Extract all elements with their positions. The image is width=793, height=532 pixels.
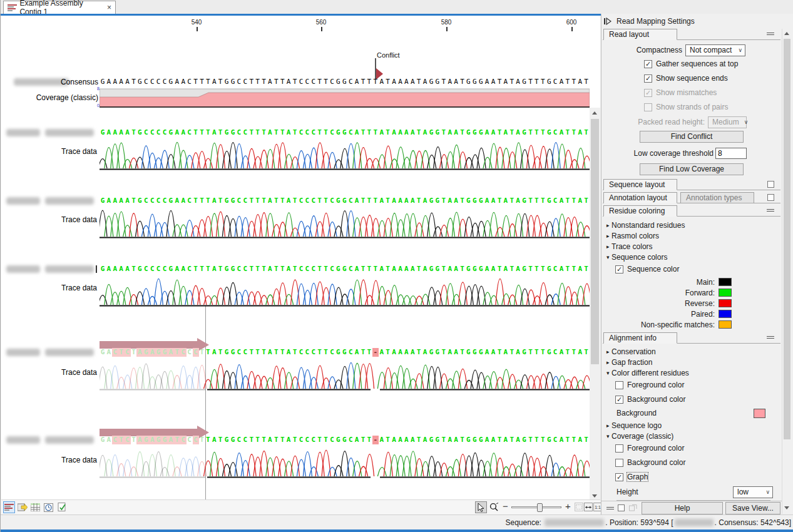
- help-button[interactable]: Help: [642, 502, 723, 514]
- sidepanel-toggle-icon[interactable]: [604, 18, 611, 25]
- alignment-view-button[interactable]: [3, 501, 15, 513]
- consensus-sequence[interactable]: GAAAATGCCCCGAACTTTATGGCCTTTATTATCCCTTCGG…: [100, 78, 590, 86]
- fit-width-button[interactable]: [584, 503, 593, 511]
- panel-scroll-thumb[interactable]: [784, 39, 790, 439]
- read-layout-tab[interactable]: Read layout: [603, 29, 677, 40]
- chevron-collapsed-icon[interactable]: ▸: [603, 233, 611, 239]
- scroll-down-icon[interactable]: [784, 506, 789, 509]
- checkbox[interactable]: [615, 381, 623, 389]
- background-color-swatch[interactable]: [754, 409, 765, 418]
- checkbox-row: ✓Gather sequences at top: [603, 58, 780, 70]
- find-low-coverage-button[interactable]: Find Low Coverage: [640, 163, 744, 175]
- tree-item-sequence-colors[interactable]: ▾Sequence colors: [603, 252, 780, 262]
- zoom-tool-button[interactable]: [488, 501, 500, 513]
- tree-item-trace-colors[interactable]: ▸Trace colors: [603, 242, 780, 252]
- scroll-down-icon[interactable]: [592, 494, 597, 498]
- alignment-info-tab[interactable]: Alignment info: [603, 332, 677, 344]
- sequence-layout-tab[interactable]: Sequence layout: [603, 179, 677, 190]
- section-sequence-layout-header[interactable]: Sequence layout: [603, 179, 780, 190]
- tree-item-label: Trace colors: [611, 242, 653, 251]
- section-read-layout-header[interactable]: Read layout: [603, 29, 780, 40]
- color-swatch[interactable]: [719, 299, 732, 307]
- color-swatch[interactable]: [719, 278, 732, 286]
- panel-scrollbar[interactable]: [782, 29, 791, 514]
- table-view-button[interactable]: [29, 501, 41, 513]
- color-label: Paired:: [691, 310, 715, 319]
- tree-item-conservation[interactable]: ▸Conservation: [603, 347, 780, 357]
- chevron-expanded-icon[interactable]: ▾: [603, 370, 611, 376]
- zoom-in-icon[interactable]: +: [565, 501, 571, 511]
- minimize-icon[interactable]: [767, 33, 774, 35]
- checkbox[interactable]: ✓: [644, 60, 652, 68]
- history-view-button[interactable]: [43, 501, 54, 513]
- dropdown-height[interactable]: low∨: [733, 486, 773, 498]
- open-table-button[interactable]: [16, 501, 28, 513]
- checkbox[interactable]: ✓: [615, 265, 623, 274]
- tree-item-sequence-logo[interactable]: ▸Sequence logo: [603, 421, 780, 431]
- checkbox-row: Foreground color: [603, 442, 780, 454]
- annotation-types-tab[interactable]: Annotation types: [680, 192, 754, 203]
- save-view-button[interactable]: Save View...: [725, 502, 780, 514]
- dropdown-compactness[interactable]: Not compact∨: [685, 44, 745, 56]
- read-sequence[interactable]: GACTCTAGAGGATCCCTTATGGCCTTTATTATCCCTTCGG…: [100, 348, 590, 357]
- find-conflict-button[interactable]: Find Conflict: [640, 131, 744, 143]
- coverage-graph[interactable]: [100, 88, 590, 108]
- chevron-collapsed-icon[interactable]: ▸: [603, 422, 611, 429]
- checkbox[interactable]: ✓: [644, 74, 652, 83]
- chevron-collapsed-icon[interactable]: ▸: [603, 349, 611, 355]
- select-label: Packed read height:: [638, 118, 705, 126]
- chevron-expanded-icon[interactable]: ▾: [603, 254, 611, 260]
- residue-coloring-tab[interactable]: Residue coloring: [603, 205, 677, 217]
- coverage-axis-min: 0: [97, 103, 100, 108]
- color-swatch[interactable]: [719, 289, 732, 297]
- scroll-up-icon[interactable]: [592, 111, 597, 115]
- tree-item-coverage-classic-[interactable]: ▾Coverage (classic): [603, 431, 780, 441]
- float-icon[interactable]: [767, 181, 774, 188]
- zoom-slider[interactable]: [511, 506, 561, 508]
- status-bar: Sequence: . Position: 593^594 [. Consens…: [1, 514, 793, 529]
- float-icon[interactable]: [767, 194, 774, 201]
- main-vertical-scrollbar[interactable]: [590, 108, 600, 499]
- read-sequence[interactable]: GAAAATGCCCCGAACTTTATGGCCTTTATTATCCCTTCGG…: [100, 128, 590, 137]
- section-annotation-header[interactable]: Annotation layout Annotation types: [603, 192, 780, 203]
- color-swatch[interactable]: [719, 320, 732, 329]
- tab-close-icon[interactable]: ×: [107, 3, 111, 12]
- checkbox[interactable]: [615, 459, 623, 467]
- chevron-collapsed-icon[interactable]: ▸: [603, 222, 611, 228]
- checkbox[interactable]: [615, 444, 623, 453]
- tree-item-label: Rasmol colors: [611, 232, 659, 240]
- checkbox[interactable]: ✓: [615, 396, 623, 404]
- low-coverage-threshold-input[interactable]: [715, 148, 747, 159]
- element-info-button[interactable]: [56, 501, 68, 513]
- selection-tool-button[interactable]: [475, 501, 487, 513]
- color-swatch[interactable]: [719, 310, 732, 318]
- dock-icon[interactable]: [629, 504, 637, 512]
- minimize-icon[interactable]: [767, 336, 774, 339]
- minimize-icon[interactable]: [767, 209, 774, 212]
- tree-item-color-different-residues[interactable]: ▾Color different residues: [603, 368, 780, 378]
- tree-item-rasmol-colors[interactable]: ▸Rasmol colors: [603, 231, 780, 241]
- minimize-all-icon[interactable]: [606, 507, 614, 509]
- vertical-scroll-thumb[interactable]: [591, 119, 599, 364]
- read-sequence[interactable]: GAAAATGCCCCGAACTTTATGGCCTTTATTATCCCTTCGG…: [100, 197, 590, 205]
- zoom-selection-button[interactable]: [575, 503, 583, 511]
- section-residue-coloring-header[interactable]: Residue coloring: [603, 205, 780, 217]
- chevron-collapsed-icon[interactable]: ▸: [603, 359, 611, 366]
- chevron-collapsed-icon[interactable]: ▸: [603, 243, 611, 250]
- read-sequence[interactable]: GACTCTAGAGGATCCCTTATGGCCTTTATTATCCCTTCGG…: [100, 436, 590, 444]
- annotation-layout-tab[interactable]: Annotation layout: [603, 192, 677, 203]
- chevron-expanded-icon[interactable]: ▾: [603, 433, 611, 439]
- scroll-up-icon[interactable]: [784, 32, 789, 35]
- section-alignment-info-header[interactable]: Alignment info: [603, 332, 780, 344]
- color-label: Reverse:: [685, 299, 715, 308]
- checkbox[interactable]: ✓: [615, 473, 623, 481]
- read-mapping-view[interactable]: 540560580600 Conflict Consensus GAAAATGC…: [1, 16, 600, 499]
- zoom-out-icon[interactable]: −: [503, 501, 508, 511]
- zoom-slider-thumb[interactable]: [537, 503, 543, 512]
- float-all-icon[interactable]: [618, 504, 625, 511]
- ruler-tick-mark: [571, 27, 573, 31]
- tree-item-nonstandard-residues[interactable]: ▸Nonstandard residues: [603, 220, 780, 230]
- read-sequence[interactable]: GAAAATGCCCCGAACTTTATGGCCTTTATTATCCCTTCGG…: [100, 265, 590, 274]
- tab-example-assembly-contig[interactable]: Example Assembly Contig 1 ×: [3, 1, 116, 14]
- tree-item-gap-fraction[interactable]: ▸Gap fraction: [603, 357, 780, 367]
